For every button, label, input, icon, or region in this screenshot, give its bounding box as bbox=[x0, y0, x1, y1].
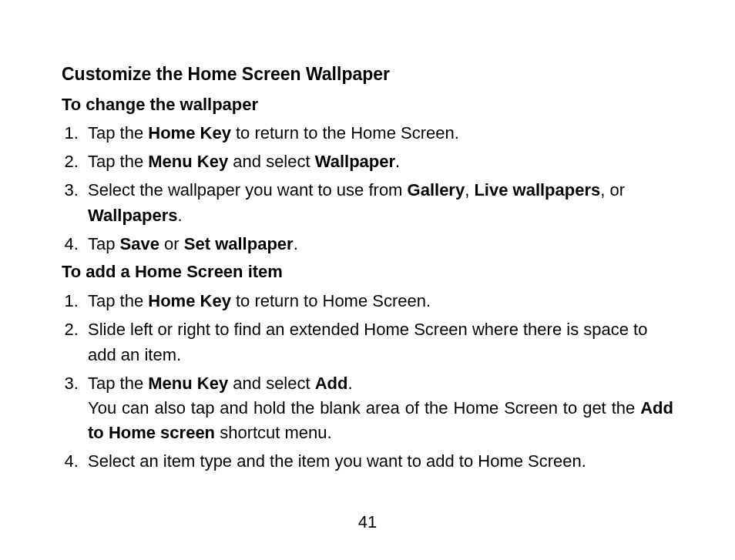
step-text: Tap the bbox=[88, 374, 148, 393]
step-text: to return to the Home Screen. bbox=[231, 123, 459, 143]
bold-text: Save bbox=[120, 234, 159, 253]
section-title: Customize the Home Screen Wallpaper bbox=[62, 63, 673, 86]
step-item: Tap the Menu Key and select Wallpaper. bbox=[83, 149, 673, 174]
step-text: and select bbox=[228, 374, 315, 393]
document-page: Customize the Home Screen Wallpaper To c… bbox=[0, 0, 735, 560]
note-text: You can also tap and hold the blank area… bbox=[88, 398, 640, 417]
bold-text: Wallpapers bbox=[88, 206, 178, 225]
bold-text: Add bbox=[315, 374, 348, 393]
step-text: , or bbox=[600, 180, 625, 200]
subsection-title-change-wallpaper: To change the wallpaper bbox=[62, 94, 673, 116]
bold-text: Menu Key bbox=[148, 152, 228, 171]
step-text: Tap bbox=[88, 234, 120, 253]
step-text: Tap the bbox=[88, 123, 148, 143]
step-item: Tap the Home Key to return to the Home S… bbox=[83, 120, 673, 146]
step-note: You can also tap and hold the blank area… bbox=[88, 396, 673, 445]
step-text: . bbox=[178, 206, 183, 225]
page-number: 41 bbox=[0, 512, 735, 532]
step-text: . bbox=[347, 374, 352, 393]
step-text: or bbox=[159, 234, 184, 253]
steps-add-item: Tap the Home Key to return to Home Scree… bbox=[62, 288, 673, 474]
step-text: Tap the bbox=[88, 152, 148, 171]
step-item: Tap the Home Key to return to Home Scree… bbox=[83, 288, 673, 314]
step-text: Select an item type and the item you wan… bbox=[88, 451, 586, 471]
bold-text: Menu Key bbox=[148, 374, 228, 393]
bold-text: Gallery bbox=[408, 180, 465, 200]
bold-text: Wallpaper bbox=[315, 152, 395, 171]
step-item: Select an item type and the item you wan… bbox=[83, 448, 673, 474]
bold-text: Home Key bbox=[148, 291, 231, 310]
bold-text: Home Key bbox=[148, 123, 231, 143]
step-text: Tap the bbox=[88, 291, 148, 310]
step-text: , bbox=[465, 180, 474, 200]
step-item: Select the wallpaper you want to use fro… bbox=[83, 177, 673, 228]
note-text: shortcut menu. bbox=[215, 423, 332, 442]
step-text: . bbox=[395, 152, 400, 171]
step-text: Slide left or right to find an extended … bbox=[88, 320, 647, 364]
bold-text: Live wallpapers bbox=[474, 180, 600, 200]
step-item: Slide left or right to find an extended … bbox=[83, 317, 673, 367]
subsection-title-add-item: To add a Home Screen item bbox=[62, 261, 673, 283]
steps-change-wallpaper: Tap the Home Key to return to the Home S… bbox=[62, 120, 673, 257]
step-text: Select the wallpaper you want to use fro… bbox=[88, 180, 408, 200]
step-text: and select bbox=[228, 152, 315, 171]
bold-text: Set wallpaper bbox=[184, 234, 294, 253]
step-text: to return to Home Screen. bbox=[231, 291, 431, 310]
step-item: Tap the Menu Key and select Add. You can… bbox=[83, 371, 673, 445]
step-text: . bbox=[294, 234, 298, 253]
step-item: Tap Save or Set wallpaper. bbox=[83, 231, 673, 257]
